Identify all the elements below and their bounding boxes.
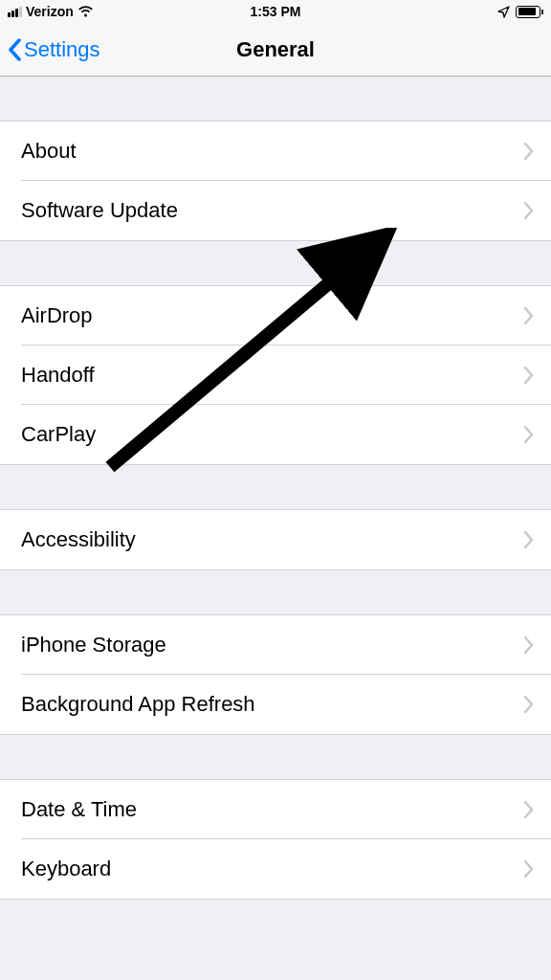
location-icon [497, 6, 510, 18]
group-spacer [0, 735, 551, 779]
cell-label: Software Update [21, 198, 178, 223]
group-spacer [0, 241, 551, 285]
cell-label: iPhone Storage [21, 633, 166, 657]
group-4: iPhone Storage Background App Refresh [0, 614, 551, 735]
group-spacer [0, 77, 551, 121]
group-5: Date & Time Keyboard [0, 779, 551, 900]
group-2: AirDrop Handoff CarPlay [0, 285, 551, 465]
wifi-icon [77, 6, 94, 18]
page-title: General [236, 37, 315, 62]
cell-date-time[interactable]: Date & Time [0, 780, 551, 839]
chevron-right-icon [524, 531, 534, 548]
cell-software-update[interactable]: Software Update [0, 181, 551, 240]
group-spacer [0, 570, 551, 614]
cell-accessibility[interactable]: Accessibility [0, 510, 551, 569]
back-button[interactable]: Settings [8, 37, 100, 62]
chevron-right-icon [524, 801, 534, 818]
cell-label: Date & Time [21, 797, 137, 822]
chevron-right-icon [524, 860, 534, 878]
chevron-left-icon [8, 38, 22, 61]
cell-airdrop[interactable]: AirDrop [0, 286, 551, 345]
chevron-right-icon [524, 307, 534, 324]
status-right [497, 6, 543, 18]
cell-keyboard[interactable]: Keyboard [0, 839, 551, 899]
cell-label: Handoff [21, 363, 95, 388]
back-label: Settings [24, 37, 100, 62]
cell-about[interactable]: About [0, 122, 551, 181]
cell-label: Background App Refresh [21, 692, 255, 717]
content: About Software Update AirDrop Handoff Ca… [0, 77, 551, 900]
cell-iphone-storage[interactable]: iPhone Storage [0, 615, 551, 675]
status-bar: Verizon 1:53 PM [0, 0, 551, 23]
signal-icon [8, 7, 22, 17]
group-1: About Software Update [0, 121, 551, 241]
chevron-right-icon [524, 426, 534, 443]
cell-label: Keyboard [21, 857, 111, 881]
cell-label: CarPlay [21, 422, 96, 447]
status-time: 1:53 PM [251, 4, 301, 19]
group-3: Accessibility [0, 509, 551, 570]
status-left: Verizon [8, 4, 94, 19]
carrier-label: Verizon [26, 4, 74, 19]
cell-label: About [21, 139, 77, 164]
chevron-right-icon [524, 367, 534, 384]
nav-bar: Settings General [0, 23, 551, 77]
cell-label: AirDrop [21, 303, 93, 328]
chevron-right-icon [524, 202, 534, 219]
group-spacer [0, 465, 551, 509]
cell-handoff[interactable]: Handoff [0, 345, 551, 405]
cell-label: Accessibility [21, 527, 136, 552]
cell-carplay[interactable]: CarPlay [0, 405, 551, 464]
battery-icon [516, 6, 543, 18]
chevron-right-icon [524, 696, 534, 713]
chevron-right-icon [524, 636, 534, 654]
cell-background-app-refresh[interactable]: Background App Refresh [0, 675, 551, 734]
chevron-right-icon [524, 143, 534, 160]
